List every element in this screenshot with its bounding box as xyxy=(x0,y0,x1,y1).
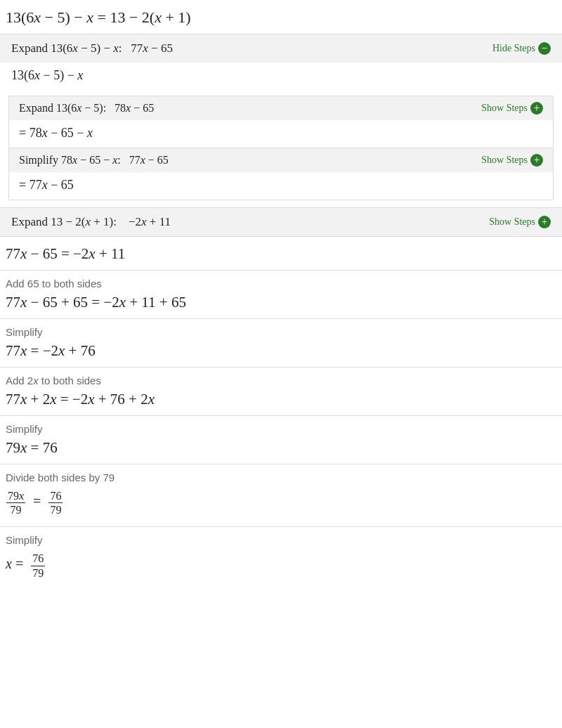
final-eq: x = 76 79 xyxy=(0,547,562,593)
simplify1-label: Simplify xyxy=(0,319,562,339)
expand-left-label: Expand 13(6x − 5) − x: 77x − 65 xyxy=(11,41,173,56)
divide-eq: 79x 79 = 76 79 xyxy=(0,485,562,526)
divide-label: Divide both sides by 79 xyxy=(0,464,562,485)
simplify1-eq: 77x = −2x + 76 xyxy=(0,339,562,367)
inner-simplify-body: = 77x − 65 xyxy=(9,172,553,200)
simplify2-eq: 79x = 76 xyxy=(0,436,562,464)
add2x-eq: 77x + 2x = −2x + 76 + 2x xyxy=(0,388,562,415)
inner-expand-label: Expand 13(6x − 5): 78x − 65 xyxy=(19,102,154,115)
rhs-fraction: 76 79 xyxy=(48,489,63,516)
inner-step-expand: Expand 13(6x − 5): 78x − 65 Show Steps +… xyxy=(9,96,553,148)
solution-steps: 77x − 65 = −2x + 11 Add 65 to both sides… xyxy=(0,237,562,594)
final-numerator: 76 xyxy=(31,552,45,566)
expand-left-section: Expand 13(6x − 5) − x: 77x − 65 Hide Ste… xyxy=(0,34,562,208)
expand-right-header: Expand 13 − 2(x + 1): −2x + 11 Show Step… xyxy=(0,208,562,236)
plus-icon-1: + xyxy=(530,102,543,115)
rhs-denominator: 79 xyxy=(48,503,63,516)
show-steps-button-2[interactable]: Show Steps + xyxy=(481,154,543,167)
plus-icon-2: + xyxy=(530,154,543,167)
inner-expand-header: Expand 13(6x − 5): 78x − 65 Show Steps + xyxy=(9,96,553,120)
final-denominator: 79 xyxy=(31,566,45,580)
expand-right-header-text: Expand 13 − 2(x + 1): −2x + 11 xyxy=(11,215,171,229)
expand-right-label: Expand 13 − 2(x + 1): −2x + 11 xyxy=(11,215,171,229)
eq1: 77x − 65 = −2x + 11 xyxy=(0,237,562,270)
inner-steps-container: Expand 13(6x − 5): 78x − 65 Show Steps +… xyxy=(8,96,554,200)
add65-eq: 77x − 65 + 65 = −2x + 11 + 65 xyxy=(0,291,562,318)
add65-label: Add 65 to both sides xyxy=(0,271,562,291)
lhs-fraction: 79x 79 xyxy=(6,489,25,516)
inner-simplify-label: Simplify 78x − 65 − x: 77x − 65 xyxy=(19,154,169,167)
expand-left-header-text: Expand 13(6x − 5) − x: 77x − 65 xyxy=(11,41,173,56)
hide-steps-button[interactable]: Hide Steps − xyxy=(492,42,551,55)
lhs-denominator: 79 xyxy=(9,503,23,516)
add2x-label: Add 2x to both sides xyxy=(0,368,562,388)
expand-left-header: Expand 13(6x − 5) − x: 77x − 65 Hide Ste… xyxy=(0,34,562,63)
expand-right-section: Expand 13 − 2(x + 1): −2x + 11 Show Step… xyxy=(0,208,562,237)
final-fraction: 76 79 xyxy=(31,552,45,579)
simplify2-label: Simplify xyxy=(0,416,562,436)
outer-expr: 13(6x − 5) − x xyxy=(0,63,562,90)
minus-icon: − xyxy=(538,42,551,55)
hide-steps-label: Hide Steps xyxy=(492,43,535,54)
inner-step-simplify: Simplify 78x − 65 − x: 77x − 65 Show Ste… xyxy=(9,148,553,200)
show-steps-button-right[interactable]: Show Steps + xyxy=(489,216,551,228)
show-steps-label-1: Show Steps xyxy=(481,103,528,114)
show-steps-label-right: Show Steps xyxy=(489,216,535,228)
expand-left-body: 13(6x − 5) − x Expand 13(6x − 5): 78x − … xyxy=(0,63,562,200)
rhs-numerator: 76 xyxy=(48,489,63,503)
main-equation: 13(6x − 5) − x = 13 − 2(x + 1) xyxy=(0,0,562,34)
lhs-numerator: 79x xyxy=(6,489,25,503)
simplify3-label: Simplify xyxy=(0,527,562,547)
inner-expand-body: = 78x − 65 − x xyxy=(9,120,553,148)
show-steps-button-1[interactable]: Show Steps + xyxy=(481,102,543,115)
plus-icon-right: + xyxy=(538,216,551,228)
inner-simplify-header: Simplify 78x − 65 − x: 77x − 65 Show Ste… xyxy=(9,148,553,172)
show-steps-label-2: Show Steps xyxy=(481,155,528,166)
